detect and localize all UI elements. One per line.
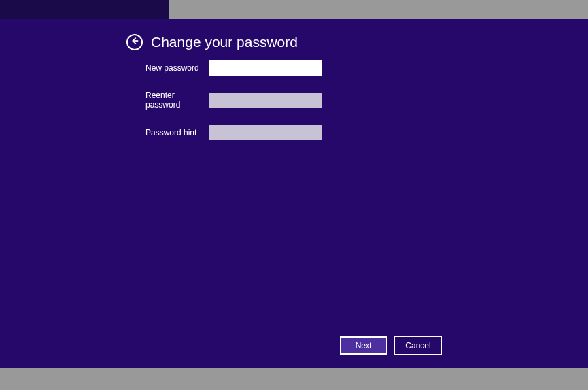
button-row: Next Cancel (340, 336, 442, 355)
page-title: Change your password (151, 34, 298, 50)
password-hint-input[interactable] (209, 125, 322, 140)
new-password-label: New password (145, 63, 209, 73)
new-password-input[interactable] (209, 60, 322, 76)
cancel-button[interactable]: Cancel (394, 336, 442, 355)
next-button[interactable]: Next (340, 336, 387, 355)
main-panel: Change your password New password Reente… (0, 19, 588, 368)
header-row: Change your password (126, 34, 298, 50)
back-button[interactable] (126, 34, 143, 50)
reenter-password-label: Reenter password (145, 91, 209, 110)
arrow-left-icon (130, 36, 139, 48)
password-hint-label: Password hint (145, 128, 209, 137)
new-password-row: New password (145, 60, 322, 76)
top-bar-right-segment (171, 0, 588, 19)
reenter-password-row: Reenter password (145, 91, 322, 110)
password-hint-row: Password hint (145, 125, 322, 140)
top-bar-left-segment (0, 0, 169, 19)
password-form: New password Reenter password Password h… (145, 60, 322, 155)
reenter-password-input[interactable] (209, 93, 322, 108)
